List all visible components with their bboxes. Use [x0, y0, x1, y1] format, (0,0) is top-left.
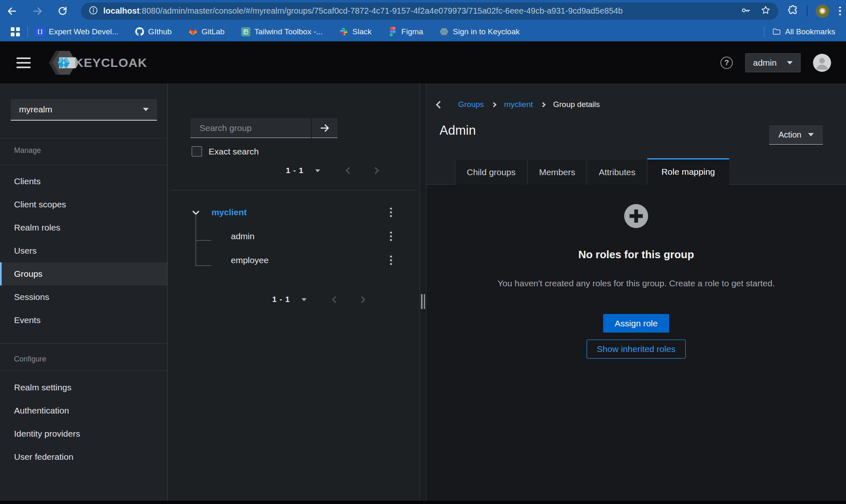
reload-icon[interactable] — [55, 4, 69, 18]
gitlab-icon — [188, 27, 197, 36]
profile-avatar[interactable] — [816, 5, 829, 18]
apps-grid-icon[interactable] — [11, 27, 20, 36]
chevron-right-icon[interactable] — [359, 296, 366, 303]
address-bar[interactable]: localhost:8080/admin/master/console/#/my… — [81, 2, 778, 20]
splitter-handle-icon — [421, 294, 425, 309]
tree-row-admin[interactable]: admin — [168, 224, 420, 248]
github-icon — [135, 27, 144, 36]
bookmark-github[interactable]: GIthub — [135, 27, 172, 36]
kebab-menu-icon[interactable] — [387, 253, 394, 268]
tab-attributes[interactable]: Attributes — [587, 160, 647, 185]
password-key-icon[interactable] — [741, 5, 751, 17]
folder-icon — [772, 27, 781, 36]
exact-search-label[interactable]: Exact search — [209, 147, 259, 157]
back-icon[interactable] — [5, 4, 19, 18]
pagination-bottom: 1 - 1 — [272, 295, 364, 304]
bookmark-keycloak[interactable]: Sign in to Keycloak — [440, 27, 520, 36]
screen: localhost:8080/admin/master/console/#/my… — [0, 0, 846, 504]
bookmark-star-icon[interactable] — [760, 5, 771, 17]
toolbar-separator — [807, 6, 808, 17]
bookmarks-separator — [27, 26, 28, 37]
sidebar-item-realm-roles[interactable]: Realm roles — [0, 216, 167, 239]
sidebar-item-realm-settings[interactable]: Realm settings — [0, 376, 167, 399]
group-tree: myclient admin employee — [168, 190, 420, 272]
keycloak-logo[interactable]: KEYCLOAK — [48, 50, 147, 76]
bookmark-tailwind[interactable]: Tailwind Toolbox -... — [241, 27, 323, 36]
chevron-right-icon[interactable] — [372, 167, 379, 174]
chevron-down-icon[interactable] — [192, 208, 200, 215]
tab-role-mapping[interactable]: Role mapping — [647, 158, 729, 185]
tab-members[interactable]: Members — [528, 160, 587, 185]
section-label-configure: Configure — [14, 355, 46, 364]
keycloak-logo-icon — [48, 50, 78, 76]
tailwind-icon — [241, 27, 250, 36]
breadcrumb-link-groups[interactable]: Groups — [458, 100, 484, 109]
sidebar-item-sessions[interactable]: Sessions — [0, 285, 167, 309]
pagination-range: 1 - 1 — [272, 295, 290, 304]
kebab-menu-icon[interactable] — [387, 205, 394, 220]
site-info-icon[interactable] — [88, 5, 98, 17]
sidebar-item-authentication[interactable]: Authentication — [0, 399, 167, 422]
bookmark-expert-web[interactable]: Expert Web Devel... — [36, 27, 119, 36]
realm-selector[interactable]: myrealm — [11, 99, 157, 121]
help-icon[interactable]: ? — [720, 57, 733, 69]
arrow-right-icon — [319, 123, 330, 133]
divider — [0, 371, 167, 371]
search-submit-button[interactable] — [312, 118, 337, 138]
pagination-top: 1 - 1 — [286, 166, 378, 175]
search-group-input[interactable] — [200, 123, 311, 133]
browser-menu-icon[interactable] — [837, 5, 843, 17]
extensions-icon[interactable] — [787, 5, 798, 17]
hamburger-menu-icon[interactable] — [14, 55, 33, 71]
group-item-admin[interactable]: admin — [231, 231, 254, 241]
sidebar-item-user-federation[interactable]: User federation — [0, 445, 167, 468]
caret-down-icon — [143, 108, 149, 111]
bookmark-gitlab[interactable]: GitLab — [188, 27, 225, 36]
tree-row-myclient[interactable]: myclient — [168, 200, 420, 224]
group-item-employee[interactable]: employee — [231, 255, 269, 265]
breadcrumb-link-myclient[interactable]: myclient — [504, 100, 533, 109]
sidebar-item-users[interactable]: Users — [0, 239, 167, 262]
chevron-left-icon[interactable] — [346, 167, 353, 174]
window-bottom-edge — [0, 501, 846, 504]
breadcrumb-current: Group details — [553, 100, 600, 109]
brand-text: KEYCLOAK — [74, 56, 147, 70]
forward-icon[interactable] — [31, 4, 45, 18]
action-dropdown-button[interactable]: Action — [769, 125, 823, 145]
tree-row-employee[interactable]: employee — [168, 248, 420, 272]
sidebar-item-clients[interactable]: Clients — [0, 170, 167, 193]
sidebar-item-client-scopes[interactable]: Client scopes — [0, 193, 167, 216]
expert-web-icon — [36, 27, 45, 36]
user-name: admin — [753, 58, 777, 68]
exact-search-checkbox[interactable] — [192, 146, 202, 157]
breadcrumb-separator-icon — [491, 102, 497, 107]
show-inherited-roles-button[interactable]: Show inherited roles — [587, 340, 686, 359]
tab-child-groups[interactable]: Child groups — [455, 160, 528, 185]
sidebar-item-identity-providers[interactable]: Identity providers — [0, 422, 167, 445]
user-dropdown[interactable]: admin — [745, 53, 801, 72]
detail-header: Groups myclient Group details Admin Acti… — [426, 83, 846, 185]
pagination-range: 1 - 1 — [286, 166, 304, 175]
all-bookmarks-button[interactable]: All Bookmarks — [772, 27, 835, 36]
url-path: :8080/admin/master/console/#/myrealm/gro… — [140, 6, 623, 15]
pagination-caret-icon[interactable] — [315, 169, 320, 172]
sidebar-item-events[interactable]: Events — [0, 309, 167, 332]
page-title: Admin — [440, 123, 476, 138]
user-avatar[interactable] — [813, 54, 831, 72]
chevron-left-icon[interactable] — [332, 296, 339, 303]
sidebar-item-groups[interactable]: Groups — [0, 262, 167, 285]
breadcrumb-back-icon[interactable] — [436, 101, 443, 108]
groups-panel: Exact search 1 - 1 myclient admin — [167, 83, 420, 501]
pagination-caret-icon[interactable] — [302, 298, 307, 301]
group-link-myclient[interactable]: myclient — [212, 207, 247, 217]
divider — [0, 165, 167, 165]
panel-splitter[interactable] — [420, 83, 426, 501]
divider — [0, 343, 167, 344]
assign-role-button[interactable]: Assign role — [603, 314, 669, 333]
bookmark-figma[interactable]: Figma — [388, 27, 423, 36]
bookmark-slack[interactable]: Slack — [339, 27, 371, 36]
bookmarks-right-separator — [764, 26, 765, 37]
empty-state-title: No roles for this group — [578, 248, 694, 261]
url-host: localhost — [103, 6, 140, 15]
kebab-menu-icon[interactable] — [387, 229, 394, 244]
